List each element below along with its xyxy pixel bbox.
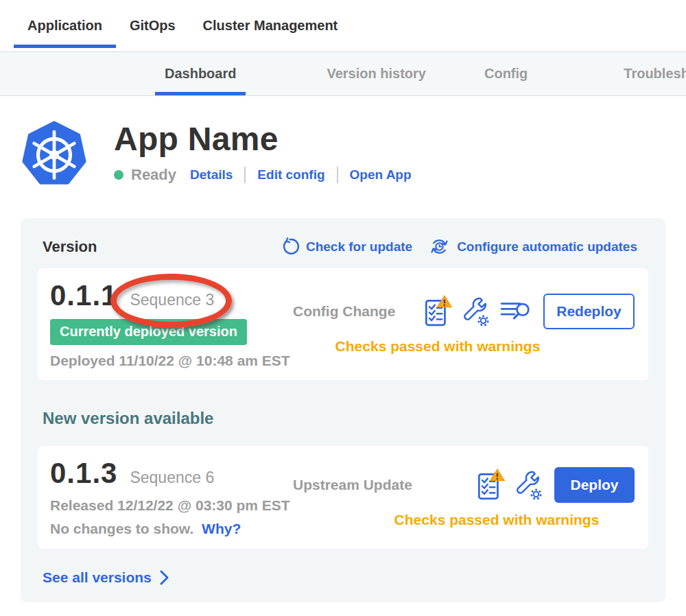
- edit-config-icon[interactable]: [514, 469, 543, 501]
- tab-cluster-management[interactable]: Cluster Management: [189, 0, 352, 51]
- tab-application[interactable]: Application: [14, 0, 116, 51]
- tab-config[interactable]: Config: [475, 52, 537, 95]
- available-version-number: 0.1.3: [50, 457, 117, 490]
- no-changes-text: No changes to show.: [50, 521, 193, 536]
- preflight-result-link[interactable]: Checks passed with warnings: [293, 512, 635, 528]
- divider: [244, 167, 246, 183]
- app-status-row: Ready Details Edit config Open App: [114, 166, 412, 184]
- current-version-card: 0.1.1 Sequence 3 Currently deployed vers…: [38, 268, 648, 380]
- status-dot-icon: [114, 170, 123, 180]
- page-title: App Name: [114, 122, 412, 156]
- redeploy-button[interactable]: Redeploy: [543, 294, 635, 329]
- new-version-heading: New version available: [43, 409, 648, 428]
- deploy-button[interactable]: Deploy: [554, 467, 635, 503]
- status-badge: Ready: [131, 166, 176, 184]
- deployed-timestamp: Deployed 11/10/22 @ 10:48 am EST: [50, 353, 293, 369]
- auto-update-icon: [429, 236, 450, 257]
- chevron-right-icon: [160, 570, 169, 585]
- panel-title: Version: [43, 238, 97, 256]
- edit-config-icon[interactable]: [461, 296, 490, 327]
- details-link[interactable]: Details: [190, 167, 233, 182]
- open-app-link[interactable]: Open App: [350, 167, 412, 182]
- kubernetes-logo: [22, 121, 86, 187]
- refresh-icon: [281, 237, 299, 256]
- tab-dashboard[interactable]: Dashboard: [155, 52, 246, 95]
- divider: [337, 167, 338, 183]
- configure-automatic-updates-link[interactable]: Configure automatic updates: [429, 236, 637, 257]
- tab-gitops[interactable]: GitOps: [116, 0, 189, 51]
- edit-config-link[interactable]: Edit config: [257, 167, 324, 182]
- version-panel: Version Check for update: [21, 218, 665, 602]
- tab-version-history[interactable]: Version history: [317, 52, 436, 95]
- current-version-number: 0.1.1: [50, 279, 117, 312]
- version-source-label: Config Change: [293, 303, 395, 320]
- check-for-update-link[interactable]: Check for update: [281, 237, 412, 256]
- preflight-checks-icon[interactable]: [476, 469, 505, 501]
- preflight-checks-icon[interactable]: [423, 295, 452, 328]
- secondary-nav: Dashboard Version history Config Trouble…: [0, 52, 686, 96]
- why-link[interactable]: Why?: [202, 521, 241, 536]
- app-header: App Name Ready Details Edit config Open …: [22, 121, 686, 187]
- tab-troubleshoot[interactable]: Troubleshoot: [614, 52, 686, 95]
- primary-nav: Application GitOps Cluster Management: [0, 0, 686, 52]
- released-timestamp: Released 12/12/22 @ 03:30 pm EST: [50, 497, 293, 514]
- available-version-card: 0.1.3 Sequence 6 Released 12/12/22 @ 03:…: [38, 446, 648, 549]
- view-diff-icon[interactable]: [499, 297, 532, 326]
- preflight-result-link[interactable]: Checks passed with warnings: [293, 338, 635, 355]
- see-all-versions-link[interactable]: See all versions: [43, 569, 169, 586]
- available-sequence-label: Sequence 6: [130, 469, 214, 487]
- current-sequence-label: Sequence 3: [130, 291, 214, 309]
- currently-deployed-badge: Currently deployed version: [50, 319, 247, 345]
- version-source-label: Upstream Update: [293, 477, 412, 493]
